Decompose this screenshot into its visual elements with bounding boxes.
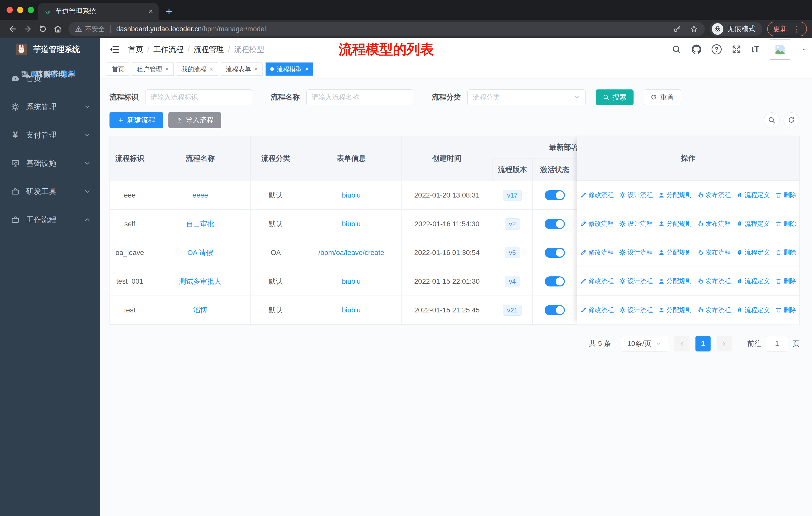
action-definition-link[interactable]: 流程定义 xyxy=(736,191,770,199)
process-name-link[interactable]: OA 请假 xyxy=(187,248,213,257)
breadcrumb-workflow[interactable]: 工作流程 xyxy=(153,44,183,55)
form-info-link[interactable]: biubiu xyxy=(342,220,361,228)
action-design-link[interactable]: 设计流程 xyxy=(619,277,653,285)
tag-process-model[interactable]: 流程模型× xyxy=(265,62,314,76)
back-icon[interactable] xyxy=(5,21,20,36)
action-publish-link[interactable]: 发布流程 xyxy=(697,306,731,314)
search-icon[interactable] xyxy=(672,45,682,54)
sidebar-item-leave-query[interactable]: 请假查询 xyxy=(0,61,66,87)
action-modify-link[interactable]: 修改流程 xyxy=(580,248,614,256)
help-icon[interactable]: ? xyxy=(712,44,722,54)
action-design-link[interactable]: 设计流程 xyxy=(619,191,653,199)
process-name-input[interactable] xyxy=(306,89,413,105)
bookmark-star-icon[interactable] xyxy=(690,25,698,33)
close-icon[interactable]: × xyxy=(254,66,258,72)
active-toggle[interactable] xyxy=(545,248,565,258)
tag-my-process[interactable]: 我的流程× xyxy=(177,62,218,76)
security-label[interactable]: 不安全 xyxy=(85,25,105,33)
active-toggle[interactable] xyxy=(545,305,565,315)
window-close-button[interactable] xyxy=(6,7,13,13)
new-tab-button[interactable]: + xyxy=(166,5,172,17)
goto-page-input[interactable] xyxy=(766,336,788,351)
action-modify-link[interactable]: 修改流程 xyxy=(580,306,614,314)
action-delete-link[interactable]: 删除 xyxy=(775,306,796,314)
action-assign-rule-link[interactable]: 分配规则 xyxy=(658,191,692,199)
breadcrumb-process-management[interactable]: 流程管理 xyxy=(194,44,224,55)
window-minimize-button[interactable] xyxy=(17,7,23,13)
avatar[interactable] xyxy=(770,39,790,60)
action-definition-link[interactable]: 流程定义 xyxy=(736,219,770,228)
browser-update-button[interactable]: 更新 ⋮ xyxy=(767,22,807,36)
action-definition-link[interactable]: 流程定义 xyxy=(736,277,770,285)
action-publish-link[interactable]: 发布流程 xyxy=(697,277,731,285)
close-icon[interactable]: × xyxy=(165,66,169,72)
active-toggle[interactable] xyxy=(545,276,565,287)
action-assign-rule-link[interactable]: 分配规则 xyxy=(658,306,692,314)
tab-close-icon[interactable]: × xyxy=(148,7,153,15)
reset-button[interactable]: 重置 xyxy=(644,89,681,105)
action-modify-link[interactable]: 修改流程 xyxy=(580,191,614,199)
sidebar-item-devtools[interactable]: 研发工具 xyxy=(0,178,100,206)
close-icon[interactable]: × xyxy=(305,66,309,72)
process-id-input[interactable] xyxy=(145,89,252,105)
action-design-link[interactable]: 设计流程 xyxy=(619,306,653,314)
tag-process-form[interactable]: 流程表单× xyxy=(221,62,263,76)
process-name-link[interactable]: eeee xyxy=(192,191,208,199)
sidebar-collapse-icon[interactable] xyxy=(110,44,120,54)
action-modify-link[interactable]: 修改流程 xyxy=(580,277,614,285)
font-size-icon[interactable]: tT xyxy=(751,45,760,54)
action-delete-link[interactable]: 删除 xyxy=(775,277,796,285)
process-name-link[interactable]: 测试多审批人 xyxy=(179,277,222,286)
password-key-icon[interactable] xyxy=(673,25,681,33)
search-button[interactable]: 搜索 xyxy=(596,89,634,105)
prev-page-button[interactable] xyxy=(674,336,689,351)
breadcrumb-home[interactable]: 首页 xyxy=(128,44,143,55)
active-toggle[interactable] xyxy=(545,219,565,229)
action-definition-link[interactable]: 流程定义 xyxy=(736,248,770,256)
action-delete-link[interactable]: 删除 xyxy=(775,219,796,228)
create-process-button[interactable]: 新建流程 xyxy=(110,112,163,128)
fullscreen-icon[interactable] xyxy=(732,45,741,54)
process-category-select[interactable]: 流程分类 xyxy=(467,89,586,105)
sidebar-item-infrastructure[interactable]: 基础设施 xyxy=(0,149,100,178)
active-toggle[interactable] xyxy=(545,190,565,200)
action-design-link[interactable]: 设计流程 xyxy=(619,248,653,256)
home-icon[interactable] xyxy=(50,21,65,36)
forward-icon[interactable] xyxy=(20,21,35,36)
address-bar[interactable]: 不安全 dashboard.yudao.iocoder.cn/bpm/manag… xyxy=(68,22,705,36)
browser-menu-icon[interactable]: ⋮ xyxy=(793,25,801,33)
sidebar-item-system[interactable]: 系统管理 xyxy=(0,93,100,121)
page-size-select[interactable]: 10条/页 xyxy=(621,336,668,351)
action-modify-link[interactable]: 修改流程 xyxy=(580,219,614,228)
form-info-link[interactable]: biubiu xyxy=(342,191,361,199)
action-publish-link[interactable]: 发布流程 xyxy=(697,219,731,228)
avatar-caret-down-icon[interactable] xyxy=(801,46,807,53)
sidebar-item-workflow[interactable]: 工作流程 xyxy=(0,206,100,234)
form-info-link[interactable]: biubiu xyxy=(342,277,361,286)
tag-home[interactable]: 首页 xyxy=(107,62,129,76)
action-delete-link[interactable]: 删除 xyxy=(775,248,796,256)
update-label[interactable]: 更新 xyxy=(773,24,787,34)
action-assign-rule-link[interactable]: 分配规则 xyxy=(658,219,692,228)
reload-icon[interactable] xyxy=(35,21,50,36)
show-search-toggle-button[interactable] xyxy=(764,112,780,128)
action-definition-link[interactable]: 流程定义 xyxy=(736,306,770,314)
process-name-link[interactable]: 自己审批 xyxy=(186,219,214,229)
page-number-button[interactable]: 1 xyxy=(695,336,710,351)
action-delete-link[interactable]: 删除 xyxy=(775,191,796,199)
close-icon[interactable]: × xyxy=(210,66,213,72)
tag-tenant[interactable]: 租户管理× xyxy=(132,62,174,76)
next-page-button[interactable] xyxy=(717,336,732,351)
sidebar-item-payment[interactable]: ¥ 支付管理 xyxy=(0,121,100,149)
form-info-link[interactable]: /bpm/oa/leave/create xyxy=(318,249,384,257)
form-info-link[interactable]: biubiu xyxy=(342,306,361,314)
action-assign-rule-link[interactable]: 分配规则 xyxy=(658,277,692,285)
action-design-link[interactable]: 设计流程 xyxy=(619,219,653,228)
github-icon[interactable] xyxy=(691,44,701,54)
action-assign-rule-link[interactable]: 分配规则 xyxy=(658,248,692,256)
window-zoom-button[interactable] xyxy=(28,7,34,13)
browser-tab[interactable]: 芋道管理系统 × xyxy=(38,3,158,20)
import-process-button[interactable]: 导入流程 xyxy=(168,112,221,128)
action-publish-link[interactable]: 发布流程 xyxy=(697,191,731,199)
action-publish-link[interactable]: 发布流程 xyxy=(697,248,731,256)
